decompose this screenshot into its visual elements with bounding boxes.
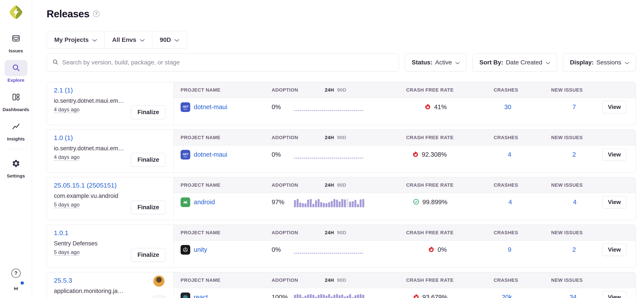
- release-created-ago: 4 days ago: [54, 297, 80, 298]
- finalize-button[interactable]: Finalize: [131, 200, 166, 214]
- col-header-crashes: CRASHES: [454, 230, 518, 235]
- release-version-link[interactable]: 1.0.1: [54, 229, 68, 237]
- view-button[interactable]: View: [602, 148, 626, 161]
- view-button[interactable]: View: [602, 291, 626, 298]
- sentry-logo[interactable]: [8, 5, 24, 21]
- release-card: 1.0.1 Sentry Defenses 5 days ago Finaliz…: [47, 225, 636, 268]
- view-button[interactable]: View: [602, 101, 626, 113]
- adoption-sparkline[interactable]: [294, 197, 364, 207]
- sidebar-item-issues[interactable]: Issues: [0, 31, 32, 54]
- new-issues-link[interactable]: 7: [572, 103, 576, 111]
- android-icon: [180, 197, 190, 207]
- crash-free-value: 92.308%: [422, 151, 447, 158]
- new-issues-link[interactable]: 2: [572, 151, 576, 158]
- project-link[interactable]: dotnet-maui: [194, 103, 227, 111]
- crashes-link[interactable]: 30: [504, 103, 511, 111]
- col-header-crash-free: CRASH FREE RATE: [370, 230, 454, 235]
- project-link[interactable]: react: [194, 293, 208, 298]
- new-issues-link[interactable]: 4: [573, 198, 576, 206]
- adoption-value: 0%: [272, 151, 281, 158]
- period-90d-toggle[interactable]: 90D: [337, 135, 346, 140]
- release-health-table: PROJECT NAME ADOPTION 24H 90D CRASH FREE…: [174, 82, 636, 125]
- insights-icon: [12, 122, 20, 132]
- date-range-filter[interactable]: 90D: [152, 31, 187, 49]
- release-version-link[interactable]: 2.1 (1): [54, 87, 73, 94]
- environments-filter[interactable]: All Envs: [104, 31, 152, 49]
- release-created-ago: 5 days ago: [54, 249, 80, 255]
- sidebar-item-label: Explore: [8, 78, 24, 83]
- status-dropdown[interactable]: Status: Active: [405, 54, 466, 71]
- sidebar-item-dashboards[interactable]: Dashboards: [0, 89, 32, 112]
- crashes-link[interactable]: 20k: [502, 293, 512, 298]
- new-issues-link[interactable]: 2: [572, 246, 576, 253]
- release-package: io.sentry.dotnet.maui.em…: [54, 145, 148, 152]
- svg-text:MAUI: MAUI: [184, 156, 188, 158]
- release-package: io.sentry.dotnet.maui.em…: [54, 98, 148, 104]
- adoption-value: 0%: [272, 246, 281, 253]
- release-version-link[interactable]: 1.0 (1): [54, 134, 73, 142]
- col-header-period: 24H 90D: [298, 135, 370, 140]
- view-button[interactable]: View: [602, 243, 626, 256]
- whats-new-button[interactable]: [11, 283, 21, 293]
- period-90d-toggle[interactable]: 90D: [337, 87, 346, 93]
- project-link[interactable]: unity: [194, 246, 207, 253]
- chevron-down-icon: [625, 59, 629, 66]
- release-version-link[interactable]: 25.5.3: [54, 277, 72, 284]
- release-version-link[interactable]: 25.05.15.1 (2505151): [54, 182, 117, 189]
- finalize-button[interactable]: Finalize: [131, 105, 166, 119]
- svg-text:MAUI: MAUI: [184, 108, 188, 110]
- sidebar-item-settings[interactable]: Settings: [0, 156, 32, 179]
- period-24h-toggle[interactable]: 24H: [325, 277, 334, 283]
- adoption-sparkline[interactable]: [294, 292, 364, 298]
- projects-filter[interactable]: My Projects: [47, 31, 104, 49]
- release-created-ago: 4 days ago: [54, 107, 80, 112]
- period-90d-toggle[interactable]: 90D: [337, 230, 346, 235]
- search-input[interactable]: [62, 59, 393, 66]
- table-header-row: PROJECT NAME ADOPTION 24H 90D CRASH FREE…: [174, 130, 636, 145]
- period-90d-toggle[interactable]: 90D: [337, 182, 346, 188]
- crashes-link[interactable]: 4: [508, 198, 512, 206]
- help-button[interactable]: ?: [12, 269, 20, 278]
- project-link[interactable]: android: [194, 198, 215, 206]
- crashes-link[interactable]: 4: [508, 151, 511, 158]
- table-header-row: PROJECT NAME ADOPTION 24H 90D CRASH FREE…: [174, 177, 636, 193]
- search-box[interactable]: [47, 54, 399, 71]
- fire-icon: [413, 293, 420, 298]
- release-health-table: PROJECT NAME ADOPTION 24H 90D CRASH FREE…: [174, 225, 636, 267]
- sidebar-item-label: Dashboards: [3, 107, 29, 112]
- chevron-down-icon: [140, 36, 145, 43]
- release-created-ago: 5 days ago: [54, 202, 80, 207]
- crashes-link[interactable]: 9: [508, 246, 511, 253]
- display-dropdown[interactable]: Display: Sessions: [563, 54, 636, 71]
- chevron-down-icon: [546, 59, 550, 66]
- period-90d-toggle[interactable]: 90D: [337, 277, 346, 283]
- col-header-project: PROJECT NAME: [174, 277, 272, 283]
- period-24h-toggle[interactable]: 24H: [325, 182, 334, 188]
- finalize-button[interactable]: Finalize: [131, 153, 166, 167]
- adoption-value: 97%: [272, 198, 284, 205]
- release-author-avatar[interactable]: [153, 275, 164, 287]
- dotnet-maui-icon: .NETMAUI: [180, 102, 190, 112]
- period-24h-toggle[interactable]: 24H: [325, 135, 334, 140]
- releases-help-icon[interactable]: ?: [93, 11, 100, 17]
- col-header-period: 24H 90D: [298, 277, 370, 283]
- period-24h-toggle[interactable]: 24H: [325, 87, 334, 93]
- adoption-sparkline[interactable]: [294, 245, 364, 255]
- sidebar-item-explore[interactable]: Explore: [0, 60, 32, 83]
- period-24h-toggle[interactable]: 24H: [325, 230, 334, 235]
- sidebar-item-insights[interactable]: Insights: [0, 119, 32, 142]
- release-meta-panel: 25.5.3 application.monitoring.ja… 4 days…: [47, 272, 174, 298]
- col-header-project: PROJECT NAME: [174, 230, 272, 235]
- project-link[interactable]: dotnet-maui: [194, 151, 227, 158]
- finalize-button[interactable]: Finalize: [131, 248, 166, 262]
- new-issues-link[interactable]: 34: [570, 293, 576, 298]
- sidebar-item-label: Settings: [7, 173, 25, 179]
- adoption-sparkline[interactable]: [294, 102, 364, 112]
- sort-by-dropdown[interactable]: Sort By: Date Created: [472, 54, 557, 71]
- view-button[interactable]: View: [602, 196, 626, 208]
- col-header-project: PROJECT NAME: [174, 87, 272, 93]
- col-header-adoption: ADOPTION: [272, 135, 298, 140]
- adoption-sparkline[interactable]: [294, 150, 364, 160]
- crash-free-value: 0%: [438, 246, 447, 253]
- finalized-button[interactable]: [151, 295, 166, 298]
